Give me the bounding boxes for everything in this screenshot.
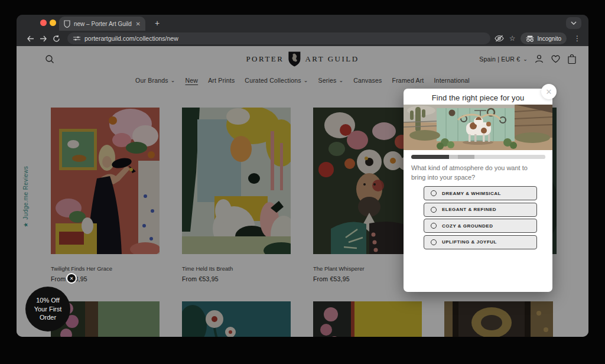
browser-window: new – Porter Art Guild ✕ + porterartgui [17,15,588,337]
quiz-option-cozy-grounded[interactable]: COZY & GROUNDED [424,219,537,233]
reload-button[interactable] [50,32,63,45]
quiz-western-cow-image [404,105,552,150]
quiz-modal-close-button[interactable]: ✕ [541,84,557,99]
quiz-option-elegant-refined[interactable]: ELEGANT & REFINED [424,203,537,217]
favicon-crest-icon [64,20,70,28]
chevron-down-icon [571,21,577,25]
quiz-option-uplifting-joyful[interactable]: UPLIFTING & JOYFUL [424,235,537,249]
incognito-badge: Incognito [521,32,567,44]
browser-menu-icon[interactable]: ⋮ [572,34,583,43]
back-button[interactable] [24,32,37,45]
quiz-options: DREAMY & WHIMSICAL ELEGANT & REFINED COZ… [424,186,537,249]
browser-urlbar: porterartguild.com/collections/new ☆ Inc… [17,31,588,46]
password-eye-off-icon[interactable] [495,35,504,42]
quiz-question: What kind of atmosphere do you want to b… [411,164,541,182]
tab-title: new – Porter Art Guild [74,21,132,27]
url-text: porterartguild.com/collections/new [84,35,178,42]
quiz-progress-bar [411,155,545,159]
discount-badge-close-button[interactable]: ✕ [66,273,77,284]
url-field[interactable]: porterartguild.com/collections/new [67,32,490,44]
quiz-option-dreamy-whimsical[interactable]: DREAMY & WHIMSICAL [424,186,537,200]
new-tab-button[interactable]: + [151,18,163,30]
incognito-label: Incognito [537,35,561,42]
quiz-modal-title: Find the right piece for you [404,89,552,102]
radio-icon [431,190,437,196]
forward-button[interactable] [37,32,50,45]
browser-tab[interactable]: new – Porter Art Guild ✕ [59,17,145,31]
bookmark-star-icon[interactable]: ☆ [509,34,516,43]
site-settings-tune-icon [73,35,80,41]
radio-icon [431,239,437,245]
close-icon: ✕ [546,87,552,96]
close-window-button[interactable] [40,20,47,26]
close-icon: ✕ [70,276,74,281]
webpage: PORTER ART GUILD Spain | EUR € ⌄ [17,46,588,337]
browser-titlebar: new – Porter Art Guild ✕ + [17,15,588,31]
tab-search-chevron-button[interactable] [566,17,581,29]
minimize-window-button[interactable] [50,20,56,26]
discount-badge[interactable]: 10% Off Your First Order [25,287,70,332]
tab-close-icon[interactable]: ✕ [136,21,141,27]
quiz-modal: Find the right piece for you ✕ [404,89,552,292]
radio-icon [431,223,437,229]
incognito-icon [526,35,534,42]
radio-icon [431,207,437,213]
